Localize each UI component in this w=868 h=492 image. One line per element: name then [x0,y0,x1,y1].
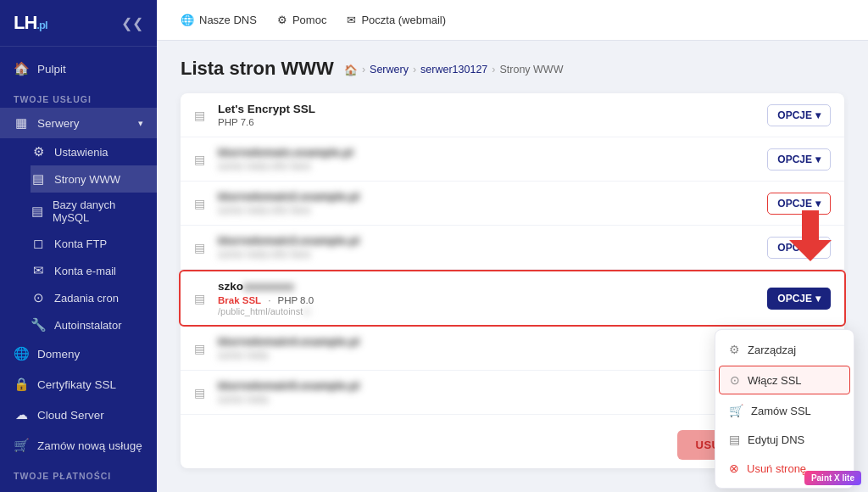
breadcrumb-current: Strony WWW [499,64,563,75]
sidebar-item-konta-email[interactable]: ✉ Konta e-mail [31,257,157,284]
ftp-icon: ◻ [31,236,46,251]
ssl-enable-icon: ⊙ [730,373,740,387]
chevron-down-icon: ▾ [815,242,821,254]
breadcrumb-home-icon: 🏠 [344,64,358,76]
home-icon: 🏠 [14,61,29,76]
page-icon: ▤ [194,386,209,400]
ssl-icon: 🔒 [14,377,29,392]
mail-icon: ✉ [347,14,356,26]
autoinstall-icon: 🔧 [31,317,46,333]
settings-icon: ⚙ [31,144,46,159]
dropdown-item-zamow-ssl[interactable]: 🛒 Zamów SSL [715,396,854,425]
page-icon: ▤ [194,197,209,210]
row-meta: some meta [218,394,759,405]
dropdown-menu: ⚙ Zarządzaj ⊙ Włącz SSL 🛒 Zamów SSL ▤ Ed… [715,329,854,489]
meta-blurred: some meta info here [218,204,310,216]
topbar-poczta[interactable]: ✉ Poczta (webmail) [347,14,446,26]
content-area: Lista stron WWW 🏠 › Serwery › serwer1301… [157,41,868,492]
database-icon: ▤ [31,204,44,219]
dropdown-item-wlacz-ssl[interactable]: ⊙ Włącz SSL [719,366,850,394]
php-badge: PHP 8.0 [277,295,314,305]
sidebar-item-domeny[interactable]: 🌐 Domeny [0,338,157,369]
main-content: 🌐 Nasze DNS ⚙ Pomoc ✉ Poczta (webmail) L… [157,0,868,492]
collapse-sidebar-button[interactable]: ❮❮ [120,14,145,33]
domain-name: blurredomain2.example.pl [218,190,759,203]
row-meta: some meta [218,349,759,361]
meta-blurred: some meta [218,349,268,361]
meta-blurred: some meta info here [218,160,310,172]
row-info: Let's Encrypt SSL PHP 7.6 [218,103,759,127]
sidebar-item-serwery[interactable]: ▦ Serwery ▾ [0,108,157,138]
cloud-icon: ☁ [14,407,29,422]
topbar-pomoc[interactable]: ⚙ Pomoc [277,14,326,26]
row-meta: some meta info here [218,160,759,172]
sidebar-item-faktury[interactable]: 📄 Faktury pro forma [0,484,157,492]
breadcrumb-serwery[interactable]: Serwery [370,64,409,75]
sidebar-item-pulpit[interactable]: 🏠 Pulpit [0,53,157,84]
domain-name: blurredomain.example.pl [218,146,759,159]
sidebar-item-autoinstalator[interactable]: 🔧 Autoinstalator [31,311,157,338]
sidebar-item-zadania-cron[interactable]: ⊙ Zadania cron [31,284,157,311]
sidebar-item-ustawienia[interactable]: ⚙ Ustawienia [31,138,157,165]
row-info: blurredomain4.example.pl some meta [218,335,759,361]
manage-icon: ⚙ [729,343,740,356]
breadcrumb-server-name[interactable]: serwer130127 [420,64,487,75]
cron-icon: ⊙ [31,290,46,305]
sidebar-item-certyfikaty-ssl[interactable]: 🔒 Certyfikaty SSL [0,369,157,400]
sidebar: LH.pl ❮❮ 🏠 Pulpit TWOJE USŁUGI ▦ Serwery… [0,0,157,492]
domain-name: blurredomain3.example.pl [218,234,759,247]
delete-icon: ⊗ [729,461,739,475]
sidebar-item-cloud-server[interactable]: ☁ Cloud Server [0,400,157,430]
server-icon: ▦ [14,115,29,131]
globe-icon: 🌐 [14,346,29,361]
row-meta: some meta info here [218,204,759,216]
chevron-down-icon: ▾ [815,109,821,121]
help-icon: ⚙ [277,14,287,26]
row-meta: some meta info here [218,249,759,260]
page-icon: ▤ [194,342,209,355]
topbar: 🌐 Nasze DNS ⚙ Pomoc ✉ Poczta (webmail) [157,0,868,41]
sidebar-item-zamow-usluge[interactable]: 🛒 Zamów nową usługę [0,430,157,461]
chevron-down-icon: ▾ [138,118,143,129]
php-badge: PHP 7.6 [218,117,254,127]
dropdown-item-edytuj-dns[interactable]: ▤ Edytuj DNS [715,425,854,454]
breadcrumb: 🏠 › Serwery › serwer130127 › Strony WWW [344,64,564,76]
sidebar-item-bazy-danych[interactable]: ▤ Bazy danych MySQL [31,193,157,230]
opcje-button-active[interactable]: OPCJE ▾ [767,288,831,310]
opcje-button[interactable]: OPCJE ▾ [767,104,831,126]
row-info: blurredomain2.example.pl some meta info … [218,190,759,216]
table-row: ▤ Let's Encrypt SSL PHP 7.6 OPCJE ▾ [181,93,844,137]
page-icon: ▤ [194,292,209,305]
page-title: Lista stron WWW [181,58,334,80]
email-icon: ✉ [31,263,46,278]
sidebar-item-konta-ftp[interactable]: ◻ Konta FTP [31,230,157,257]
domain-name: blurredomain5.example.pl [218,379,759,392]
dropdown-item-zarzadzaj[interactable]: ⚙ Zarządzaj [715,335,854,364]
sidebar-navigation: 🏠 Pulpit TWOJE USŁUGI ▦ Serwery ▾ ⚙ Usta… [0,47,157,492]
opcje-button[interactable]: OPCJE ▾ [767,193,831,215]
page-icon: ▤ [194,109,209,122]
row-meta: PHP 7.6 [218,117,759,127]
order-ssl-icon: 🛒 [729,404,743,417]
page-icon: ▤ [194,153,209,166]
meta-blurred: some meta info here [218,249,310,260]
opcje-button[interactable]: OPCJE ▾ [767,148,831,171]
sidebar-section-uslugi: TWOJE USŁUGI [0,84,157,108]
row-info: blurredomain3.example.pl some meta info … [218,234,759,260]
ssl-badge: Brak SSL [218,295,261,305]
logo: LH.pl [14,12,47,34]
row-path: /public_html/autoinstal [218,306,759,316]
opcje-button[interactable]: OPCJE ▾ [767,237,831,259]
table-row: ▤ blurredomain3.example.pl some meta inf… [181,226,844,270]
chevron-down-icon: ▾ [815,293,821,305]
cart-icon: 🛒 [14,438,29,453]
sidebar-item-strony-www[interactable]: ▤ Strony WWW [31,165,157,193]
chevron-down-icon: ▾ [815,154,821,165]
page-header: Lista stron WWW 🏠 › Serwery › serwer1301… [181,58,844,80]
row-info: szkoxxxxxxxx Brak SSL · PHP 8.0 /public_… [218,280,759,316]
sidebar-section-platnosci: TWOJE PŁATNOŚCI [0,461,157,484]
page-icon: ▤ [194,241,209,254]
topbar-nasze-dns[interactable]: 🌐 Nasze DNS [181,14,257,26]
row-info: blurredomain5.example.pl some meta [218,379,759,405]
www-icon: ▤ [31,171,46,187]
